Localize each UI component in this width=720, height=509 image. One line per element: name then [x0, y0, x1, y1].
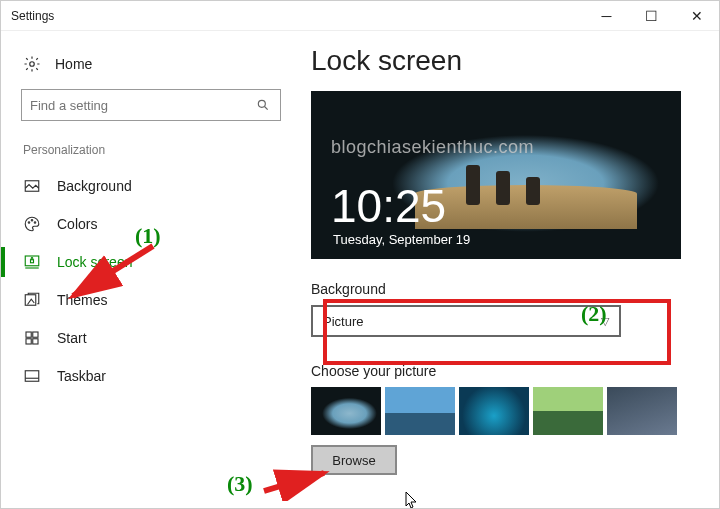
- svg-rect-12: [26, 339, 31, 344]
- palette-icon: [23, 215, 41, 233]
- start-icon: [23, 329, 41, 347]
- search-input[interactable]: [30, 98, 254, 113]
- sidebar-item-themes[interactable]: Themes: [21, 281, 281, 319]
- page-title: Lock screen: [311, 45, 689, 77]
- category-label: Personalization: [23, 143, 281, 157]
- svg-point-4: [28, 222, 30, 224]
- window-title: Settings: [11, 9, 584, 23]
- sidebar-item-label: Taskbar: [57, 368, 106, 384]
- minimize-button[interactable]: ─: [584, 1, 629, 31]
- picture-thumbnails: [311, 387, 689, 435]
- svg-point-5: [31, 220, 33, 222]
- sidebar-item-label: Start: [57, 330, 87, 346]
- svg-point-1: [258, 100, 265, 107]
- preview-date: Tuesday, September 19: [333, 232, 470, 247]
- chevron-down-icon: ▽: [601, 315, 609, 328]
- sidebar-item-label: Lock screen: [57, 254, 132, 270]
- svg-point-6: [34, 222, 36, 224]
- close-button[interactable]: ✕: [674, 1, 719, 31]
- home-label: Home: [55, 56, 92, 72]
- thumbnail-1[interactable]: [311, 387, 381, 435]
- sidebar-item-label: Themes: [57, 292, 108, 308]
- svg-rect-13: [33, 339, 38, 344]
- thumbnail-4[interactable]: [533, 387, 603, 435]
- sidebar-item-label: Colors: [57, 216, 97, 232]
- taskbar-icon: [23, 367, 41, 385]
- search-icon: [254, 96, 272, 114]
- preview-clock: 10:25: [331, 183, 446, 229]
- svg-point-0: [30, 62, 35, 67]
- browse-label: Browse: [332, 453, 375, 468]
- sidebar-item-background[interactable]: Background: [21, 167, 281, 205]
- sidebar-item-start[interactable]: Start: [21, 319, 281, 357]
- sidebar-item-lock-screen[interactable]: Lock screen: [21, 243, 281, 281]
- thumbnail-3[interactable]: [459, 387, 529, 435]
- search-box[interactable]: [21, 89, 281, 121]
- watermark-text: blogchiasekienthuc.com: [331, 137, 671, 158]
- sidebar-item-colors[interactable]: Colors: [21, 205, 281, 243]
- picture-icon: [23, 177, 41, 195]
- home-nav[interactable]: Home: [21, 45, 281, 89]
- svg-rect-11: [33, 332, 38, 337]
- maximize-button[interactable]: ☐: [629, 1, 674, 31]
- sidebar-item-taskbar[interactable]: Taskbar: [21, 357, 281, 395]
- svg-rect-10: [26, 332, 31, 337]
- lock-screen-preview: blogchiasekienthuc.com 10:25 Tuesday, Se…: [311, 91, 681, 259]
- sidebar: Home Personalization Background Colors L…: [1, 31, 301, 508]
- main-panel: Lock screen blogchiasekienthuc.com 10:25…: [301, 31, 719, 508]
- dropdown-value: Picture: [323, 314, 363, 329]
- background-dropdown[interactable]: Picture ▽: [311, 305, 621, 337]
- sidebar-item-label: Background: [57, 178, 132, 194]
- thumbnail-2[interactable]: [385, 387, 455, 435]
- lock-screen-icon: [23, 253, 41, 271]
- svg-line-2: [265, 107, 268, 110]
- window-controls: ─ ☐ ✕: [584, 1, 719, 31]
- gear-icon: [23, 55, 41, 73]
- choose-picture-label: Choose your picture: [311, 363, 689, 379]
- themes-icon: [23, 291, 41, 309]
- svg-rect-8: [31, 260, 34, 263]
- thumbnail-5[interactable]: [607, 387, 677, 435]
- svg-rect-14: [25, 371, 39, 382]
- browse-button[interactable]: Browse: [311, 445, 397, 475]
- title-bar: Settings ─ ☐ ✕: [1, 1, 719, 31]
- background-label: Background: [311, 281, 689, 297]
